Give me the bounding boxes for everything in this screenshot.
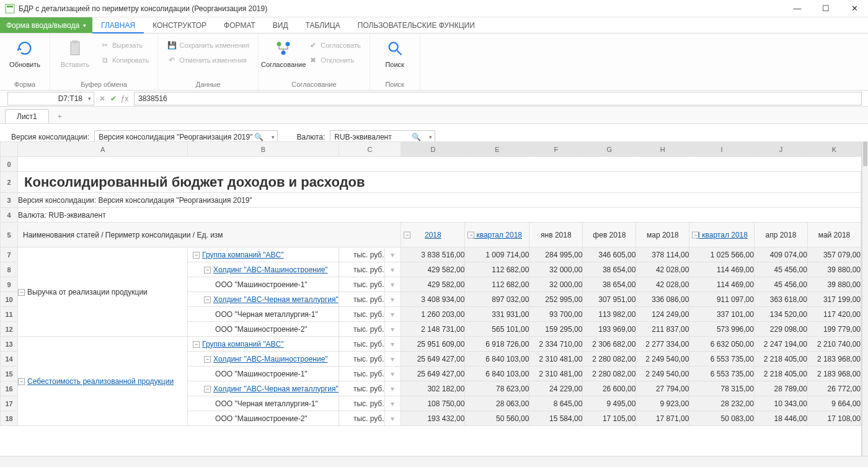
copy-icon: ⧉ [100, 55, 110, 65]
search-small-icon: 🔍 [412, 133, 421, 141]
undo-icon: ↶ [167, 55, 177, 65]
paste-button: Вставить [56, 36, 94, 69]
svg-rect-2 [71, 42, 79, 55]
col-header-G[interactable]: G [583, 142, 636, 151]
dropdown-icon: ▾ [272, 134, 275, 140]
svg-rect-3 [72, 40, 78, 43]
copy-button: ⧉ Копировать [97, 53, 151, 67]
close-button[interactable]: ✕ [846, 2, 863, 15]
group-label-search: Поиск [376, 79, 414, 89]
refresh-button[interactable]: Обновить [6, 36, 43, 69]
refresh-icon [15, 38, 35, 58]
cut-button: ✂ Вырезать [97, 38, 151, 52]
scissors-icon: ✂ [100, 40, 110, 50]
col-header-E[interactable]: E [465, 142, 529, 151]
ribbon-tabs: Форма ввода/вывода ГЛАВНАЯКОНСТРУКТОРФОР… [0, 17, 868, 33]
formula-input[interactable]: 3838516 [134, 92, 862, 105]
currency-label: Валюта: [296, 133, 325, 141]
vertical-scrollbar[interactable] [862, 141, 868, 150]
col-header-C[interactable]: C [339, 142, 401, 151]
col-header-D[interactable]: D [401, 142, 465, 151]
cell-reference-box[interactable]: D7:T18 [7, 92, 94, 105]
cross-icon: ✖ [308, 55, 318, 65]
col-header-K[interactable]: K [807, 142, 861, 151]
title-bar: БДР с детализацией по периметру консолид… [0, 0, 868, 17]
group-label-clipboard: Буфер обмена [56, 79, 151, 89]
col-header-J[interactable]: J [754, 142, 807, 151]
window-title: БДР с детализацией по периметру консолид… [19, 4, 789, 13]
approve-button: ✔ Согласовать [306, 38, 363, 52]
svg-rect-1 [7, 6, 13, 7]
col-header-H[interactable]: H [636, 142, 689, 151]
group-label-data: Данные [164, 79, 252, 89]
formula-bar: D7:T18 ✕ ✔ ƒx 3838516 [0, 91, 868, 107]
fx-icon[interactable]: ƒx [119, 94, 130, 103]
col-header-A[interactable]: A [18, 142, 188, 151]
svg-point-6 [281, 51, 286, 55]
svg-point-4 [277, 42, 281, 47]
ribbon-tab-главная[interactable]: ГЛАВНАЯ [92, 17, 144, 33]
confirm-edit-icon[interactable]: ✔ [108, 94, 119, 103]
save-changes-button: 💾 Сохранить изменения [164, 38, 252, 52]
clipboard-icon [65, 38, 85, 58]
search-small-icon: 🔍 [254, 133, 264, 141]
spreadsheet[interactable]: ABCDEFGHIJK02Консолидированный бюджет до… [0, 141, 862, 150]
sheet-tabs: Лист1 + [0, 107, 868, 124]
save-icon: 💾 [167, 40, 177, 50]
svg-point-7 [389, 43, 397, 51]
version-label: Версия консолидации: [11, 133, 89, 141]
approval-button[interactable]: Согласование [265, 36, 302, 69]
cancel-edit-icon[interactable]: ✕ [97, 94, 108, 103]
undo-changes-button: ↶ Отменить изменения [164, 53, 252, 67]
search-icon [385, 38, 405, 58]
search-button[interactable]: Поиск [376, 36, 414, 69]
dropdown-icon: ▾ [429, 134, 432, 140]
workflow-icon [273, 38, 293, 58]
maximize-button[interactable]: ☐ [817, 2, 835, 15]
ribbon-tab-вид[interactable]: ВИД [264, 17, 297, 33]
add-sheet-button[interactable]: + [51, 110, 68, 123]
col-header-I[interactable]: I [689, 142, 755, 151]
svg-line-8 [397, 51, 401, 55]
ribbon-tab-таблица[interactable]: ТАБЛИЦА [297, 17, 349, 33]
ribbon: Обновить Форма Вставить ✂ Вырезать ⧉ Коп… [0, 33, 868, 91]
sheet-tab-1[interactable]: Лист1 [5, 109, 49, 123]
svg-point-5 [286, 42, 290, 47]
reject-button: ✖ Отклонить [306, 53, 363, 67]
group-label-approval: Согласование [265, 79, 363, 89]
mode-dropdown[interactable]: Форма ввода/вывода [0, 17, 92, 33]
ribbon-tab-формат[interactable]: ФОРМАТ [215, 17, 264, 33]
col-header-B[interactable]: B [188, 142, 339, 151]
ribbon-tab-конструктор[interactable]: КОНСТРУКТОР [144, 17, 215, 33]
app-icon [5, 4, 15, 14]
check-icon: ✔ [308, 40, 318, 50]
ribbon-tab-пользовательские функции[interactable]: ПОЛЬЗОВАТЕЛЬСКИЕ ФУНКЦИИ [349, 17, 484, 33]
col-header-F[interactable]: F [529, 142, 583, 151]
select-all-corner[interactable] [1, 142, 18, 151]
group-label-form: Форма [6, 79, 43, 89]
minimize-button[interactable]: — [789, 2, 806, 15]
